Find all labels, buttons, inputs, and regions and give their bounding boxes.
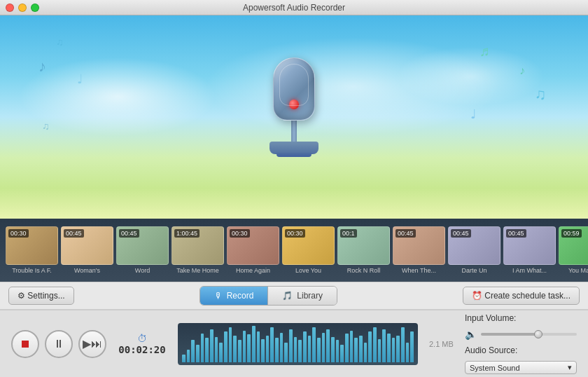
thumb-badge: 00:1 <box>340 229 357 238</box>
thumb-image: 00:45 <box>116 226 169 265</box>
music-note-2: ♫ <box>56 36 64 48</box>
thumb-item[interactable]: 00:45When The... <box>393 226 445 274</box>
thumb-item[interactable]: 00:45Woman's <box>61 226 113 274</box>
thumb-item[interactable]: 00:45Darte Un <box>448 226 500 274</box>
waveform-bar <box>201 334 204 362</box>
thumb-badge: 00:45 <box>64 229 84 238</box>
traffic-lights <box>6 4 39 12</box>
waveform-bar <box>387 334 391 362</box>
waveform-bar <box>205 338 209 362</box>
settings-button[interactable]: ⚙ Settings... <box>8 287 74 305</box>
thumb-image: 00:30 <box>227 226 279 265</box>
waveform-bar <box>336 340 340 362</box>
time-display: ⏱ 00:02:20 <box>118 333 167 355</box>
waveform-bar <box>215 337 218 362</box>
mic-stand <box>291 121 297 142</box>
waveform-bar <box>392 338 396 362</box>
music-note-7: ♩ <box>470 107 476 122</box>
audio-source-label: Audio Source: <box>465 345 521 355</box>
thumb-label: Rock N Roll <box>347 267 381 274</box>
thumbnails-section: 00:30Trouble Is A F.00:45Woman's00:45Wor… <box>0 219 588 282</box>
close-button[interactable] <box>6 4 14 12</box>
waveform-bar <box>294 337 298 362</box>
thumb-badge: 00:45 <box>451 229 471 238</box>
waveform-bar <box>284 343 288 362</box>
thumb-image: 00:59 <box>559 226 588 265</box>
thumb-item[interactable]: 1:00:45Take Me Home <box>172 226 224 274</box>
thumb-item[interactable]: 00:59You Make... <box>559 226 588 274</box>
tab-record-button[interactable]: 🎙 Record <box>200 287 268 305</box>
maximize-button[interactable] <box>31 4 39 12</box>
pause-button[interactable]: ⏸ <box>45 330 73 358</box>
waveform-bar <box>322 333 326 362</box>
hero-area: ♪ ♫ ♩ ♬ ♪ ♫ ♩ ♫ <box>0 15 588 219</box>
music-note-3: ♩ <box>77 71 83 87</box>
thumb-label: Woman's <box>74 267 100 274</box>
thumb-image: 00:30 <box>282 226 335 265</box>
audio-source-select[interactable]: System Sound ▾ <box>465 361 577 374</box>
stop-button[interactable]: ⏹ <box>11 330 39 358</box>
thumb-badge: 00:45 <box>119 229 139 238</box>
thumb-badge: 00:30 <box>8 229 29 238</box>
waveform-bar <box>275 338 279 362</box>
thumb-item[interactable]: 00:45I Am What... <box>503 226 556 274</box>
waveform-bar <box>229 327 232 362</box>
waveform-bar <box>219 343 223 362</box>
thumb-label: Take Me Home <box>176 267 219 274</box>
waveform-bar <box>303 331 307 362</box>
thumb-image: 00:45 <box>393 226 445 265</box>
thumb-item[interactable]: 00:30Home Again <box>227 226 279 274</box>
volume-control-row: 🔈 <box>465 329 577 340</box>
music-note-5: ♪ <box>519 64 525 77</box>
clock-icon: ⏱ <box>137 333 147 344</box>
waveform-bar <box>354 338 358 362</box>
mic-base <box>270 142 318 154</box>
tab-library-button[interactable]: 🎵 Library <box>267 287 337 305</box>
waveform-area <box>178 323 418 365</box>
controls-row: ⚙ Settings... 🎙 Record 🎵 Library ⏰ Creat… <box>0 282 588 310</box>
waveform-bar <box>382 329 386 362</box>
thumb-badge: 00:30 <box>285 229 305 238</box>
waveform-bar <box>196 345 200 362</box>
minimize-button[interactable] <box>18 4 27 12</box>
waveform-bar <box>350 331 354 362</box>
volume-slider[interactable] <box>481 333 577 336</box>
thumb-badge: 00:45 <box>396 229 416 238</box>
thumb-label: I Am What... <box>512 267 547 274</box>
library-tab-icon: 🎵 <box>282 291 293 301</box>
tab-record-label: Record <box>227 291 254 301</box>
thumb-badge: 1:00:45 <box>174 229 200 238</box>
thumb-item[interactable]: 00:45Word <box>116 226 169 274</box>
thumb-item[interactable]: 00:30Love You <box>282 226 335 274</box>
waveform-bar <box>261 339 265 362</box>
waveform-bar <box>312 327 316 362</box>
waveform-bar <box>401 327 405 362</box>
waveform-bar <box>373 327 377 362</box>
volume-knob[interactable] <box>534 330 542 338</box>
waveform-bar <box>396 336 400 362</box>
play-icon: ▶⏭ <box>83 337 102 350</box>
schedule-button[interactable]: ⏰ Create schedule task... <box>463 287 580 305</box>
waveform-bar <box>266 336 270 362</box>
music-note-4: ♬ <box>479 43 490 60</box>
volume-label: Input Volume: <box>465 313 521 323</box>
thumb-badge: 00:59 <box>561 229 582 238</box>
microphone <box>262 57 326 170</box>
thumb-item[interactable]: 00:1Rock N Roll <box>337 226 390 274</box>
play-button[interactable]: ▶⏭ <box>78 330 106 358</box>
time-value: 00:02:20 <box>118 344 165 355</box>
thumb-item[interactable]: 00:30Trouble Is A F. <box>6 226 58 274</box>
waveform-bar <box>317 338 321 362</box>
waveform-bar <box>252 326 255 362</box>
thumb-image: 00:1 <box>337 226 390 265</box>
waveform-bar <box>270 327 274 362</box>
waveform-bar <box>345 334 349 362</box>
bottom-bar: ⏹ ⏸ ▶⏭ ⏱ 00:02:20 2.1 MB Input Volume: 🔈… <box>0 310 588 377</box>
dropdown-arrow-icon: ▾ <box>568 363 572 372</box>
thumb-label: Word <box>135 267 150 274</box>
thumb-image: 00:45 <box>448 226 500 265</box>
waveform-bar <box>257 331 260 362</box>
music-note-1: ♪ <box>38 57 46 76</box>
tab-library-label: Library <box>297 291 323 301</box>
music-note-6: ♫ <box>535 85 547 104</box>
